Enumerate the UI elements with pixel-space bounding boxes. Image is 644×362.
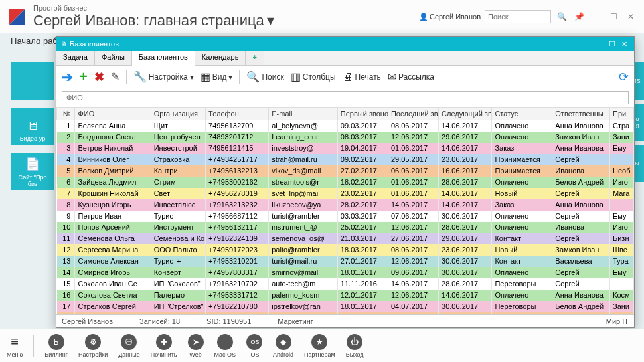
table-row[interactable]: 13Симонов АлексанТурист++74953210201turi… bbox=[57, 256, 634, 267]
app-header: Простой бизнес Сергей Иванов: главная ст… bbox=[0, 0, 644, 33]
tile-1[interactable] bbox=[11, 62, 54, 100]
table-row[interactable]: 10Попов АрсенийИнструмент+74956132117ins… bbox=[57, 222, 634, 233]
table-row[interactable]: 1Беляева АннаЩит74956132709ai_belyaeva@0… bbox=[57, 120, 634, 132]
clients-window: 🗎 База клиентов — ☐ ✕ Задача Файлы База … bbox=[56, 36, 635, 328]
edit-button[interactable]: ✎ bbox=[111, 70, 120, 83]
table-row[interactable]: 9Петров ИванТурист+74956687112turist@ram… bbox=[57, 211, 634, 222]
table-row[interactable]: 3Ветров НиколайИнвестстрой74956121415inv… bbox=[57, 143, 634, 154]
maximize-icon[interactable]: ☐ bbox=[607, 11, 620, 22]
search-button[interactable]: 🔍Поиск bbox=[246, 70, 283, 83]
col-status: Статус bbox=[492, 108, 552, 120]
col-fio: ФИО bbox=[75, 108, 151, 120]
clients-table: № ФИО Организация Телефон E-mail Первый … bbox=[56, 107, 634, 314]
page-icon: 📄 bbox=[25, 157, 40, 171]
table-row[interactable]: 11Семенова ОльгаСеменова и Ко+7916232410… bbox=[57, 233, 634, 244]
settings-button[interactable]: 🔧Настройка ▾ bbox=[133, 70, 194, 83]
fix-button[interactable]: ✚Починить bbox=[151, 334, 177, 358]
col-org: Организация bbox=[151, 108, 205, 120]
tab-clients[interactable]: База клиентов bbox=[132, 51, 195, 66]
window-minimize-icon[interactable]: — bbox=[594, 40, 606, 48]
web-button[interactable]: ➤Web bbox=[188, 334, 204, 358]
partners-button[interactable]: ★Партнерам bbox=[304, 334, 335, 358]
col-next-call: Следующий зв bbox=[439, 108, 492, 120]
window-close-icon[interactable]: ✕ bbox=[618, 40, 630, 48]
view-button[interactable]: ▦Вид ▾ bbox=[201, 70, 233, 83]
bottom-bar: ≡Меню ББиллинг ⚙Настройки ⛁Данные ✚Почин… bbox=[0, 329, 644, 362]
delete-button[interactable]: ✖ bbox=[94, 70, 104, 84]
search-icon: 🔍 bbox=[246, 70, 260, 83]
status-dept: Маркетинг bbox=[278, 317, 313, 325]
mail-button[interactable]: ✉Рассылка bbox=[388, 70, 434, 83]
status-user: Сергей Иванов bbox=[62, 317, 113, 325]
database-icon: 🗎 bbox=[60, 40, 68, 48]
col-first-call: Первый звоно bbox=[337, 108, 388, 120]
dropdown-icon: ▾ bbox=[267, 12, 274, 29]
android-button[interactable]: ◆Android bbox=[273, 334, 293, 358]
menu-button[interactable]: ≡Меню bbox=[7, 334, 23, 358]
modal-titlebar[interactable]: 🗎 База клиентов — ☐ ✕ bbox=[56, 37, 634, 51]
person-icon: 👤 bbox=[419, 13, 428, 21]
search-input[interactable] bbox=[485, 10, 551, 23]
tile-site[interactable]: 📄Сайт "Про биз bbox=[11, 153, 54, 190]
table-row[interactable]: 4Винников ОлегСтраховка+74934251717strah… bbox=[57, 154, 634, 165]
data-button[interactable]: ⛁Данные bbox=[118, 334, 140, 358]
table-row[interactable]: 17Стрелков СергейИП "Стрелков"+791622107… bbox=[57, 301, 634, 312]
settings-button[interactable]: ⚙Настройки bbox=[78, 334, 108, 358]
user-badge[interactable]: 👤Сергей Иванов bbox=[419, 13, 481, 21]
columns-button[interactable]: ▥Столбцы bbox=[291, 70, 336, 83]
fio-filter-input[interactable] bbox=[62, 91, 629, 104]
menu-icon: ≡ bbox=[7, 334, 23, 350]
columns-icon: ▥ bbox=[291, 70, 301, 83]
ios-button[interactable]: iOSiOS bbox=[246, 334, 262, 358]
status-sid: SID: 1190951 bbox=[206, 317, 251, 325]
table-row[interactable]: 7Крошкин НиколайСвет+74956278019svet_lnp… bbox=[57, 188, 634, 199]
table-row[interactable]: 6Зайцева ЛюдмилСтрим+74953002162streamto… bbox=[57, 177, 634, 188]
tile-video[interactable]: 🖥Видео-ур bbox=[11, 108, 54, 145]
modal-tabs: Задача Файлы База клиентов Календарь + bbox=[56, 51, 634, 66]
toolbar: ➔ + ✖ ✎ 🔧Настройка ▾ ▦Вид ▾ 🔍Поиск ▥Стол… bbox=[56, 66, 634, 88]
minimize-icon[interactable]: — bbox=[590, 11, 603, 22]
printer-icon: 🖨 bbox=[343, 71, 353, 83]
col-last-call: Последний зв bbox=[388, 108, 438, 120]
status-records: Записей: 18 bbox=[139, 317, 180, 325]
modal-title: База клиентов bbox=[70, 40, 119, 48]
window-maximize-icon[interactable]: ☐ bbox=[606, 40, 618, 48]
table-header-row[interactable]: № ФИО Организация Телефон E-mail Первый … bbox=[57, 108, 634, 120]
exit-button[interactable]: ⏻Выход bbox=[346, 334, 364, 358]
side-tiles: 🖥Видео-ур 📄Сайт "Про биз bbox=[11, 62, 54, 190]
col-responsible: Ответственны bbox=[552, 108, 610, 120]
table-row[interactable]: 15Соколов Иван СеИП "Соколов"+7916321070… bbox=[57, 278, 634, 290]
tab-task[interactable]: Задача bbox=[56, 51, 95, 65]
table-row[interactable]: 14Смирнов ИгорьКонверт+74957803317smirno… bbox=[57, 267, 634, 278]
col-num: № bbox=[57, 108, 75, 120]
col-note: При bbox=[610, 108, 634, 120]
product-name: Простой бизнес bbox=[33, 4, 419, 12]
go-button[interactable]: ➔ bbox=[62, 69, 73, 85]
billing-button[interactable]: ББиллинг bbox=[44, 334, 68, 358]
add-button[interactable]: + bbox=[80, 69, 88, 84]
print-button[interactable]: 🖨Печать bbox=[343, 71, 381, 83]
table-row[interactable]: 16Соколова СветлаПалермо+74953331712pale… bbox=[57, 290, 634, 301]
status-company: Мир IT bbox=[606, 317, 629, 325]
tab-calendar[interactable]: Календарь bbox=[195, 51, 246, 65]
table-row[interactable]: 8Кузнецов ИгорьИнвестплюс+79163213232ilk… bbox=[57, 199, 634, 211]
tab-files[interactable]: Файлы bbox=[95, 51, 132, 65]
tab-add[interactable]: + bbox=[246, 51, 264, 65]
monitor-icon: 🖥 bbox=[27, 119, 39, 133]
close-icon[interactable]: ✕ bbox=[624, 11, 637, 22]
table-row[interactable]: 2Богданова СветлЦентр обучен74893201712L… bbox=[57, 132, 634, 143]
envelope-icon: ✉ bbox=[388, 70, 396, 83]
wrench-icon: 🔧 bbox=[133, 70, 147, 83]
table-row[interactable]: 12Сергеева МаринаООО Пальто+74959172023p… bbox=[57, 244, 634, 256]
app-logo bbox=[7, 6, 28, 27]
macos-button[interactable]: Mac OS bbox=[214, 334, 236, 358]
page-title[interactable]: Сергей Иванов: главная страница▾ bbox=[33, 12, 419, 29]
pin-icon[interactable]: 📌 bbox=[572, 11, 586, 22]
statusbar: Сергей Иванов Записей: 18 SID: 1190951 М… bbox=[56, 314, 634, 327]
grid-icon: ▦ bbox=[201, 70, 210, 83]
col-email: E-mail bbox=[269, 108, 338, 120]
refresh-button[interactable]: ⟳ bbox=[619, 70, 629, 84]
table-row[interactable]: 5Волков ДмитрийКантри+74956132213vlkov_d… bbox=[57, 165, 634, 177]
col-tel: Телефон bbox=[206, 108, 269, 120]
search-icon[interactable]: 🔍 bbox=[555, 11, 568, 22]
